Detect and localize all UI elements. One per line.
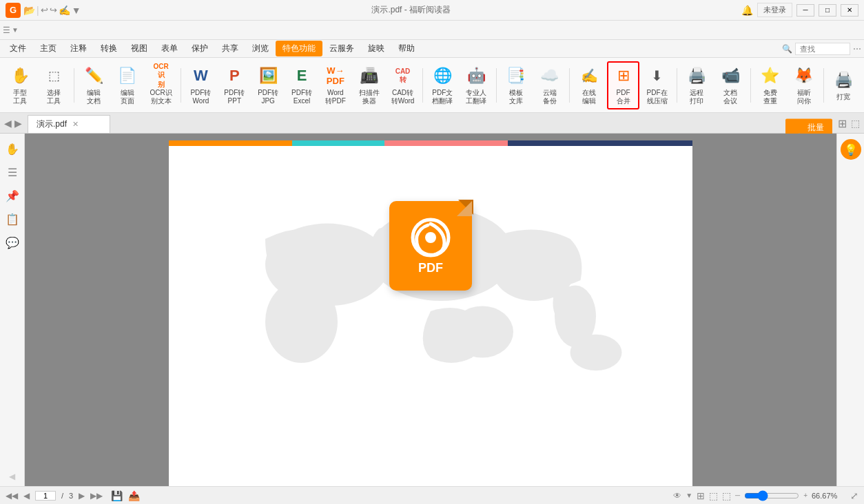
tool-hand[interactable]: 手型工具 <box>4 61 37 109</box>
sidebar-comments[interactable]: 💬 <box>3 233 22 252</box>
pdf-logo-container: PDF <box>389 201 472 291</box>
menu-features[interactable]: 特色功能 <box>276 41 322 56</box>
grid-view-icon[interactable]: ⊞ <box>838 116 847 129</box>
tool-pdf2word[interactable]: W PDF转Word <box>185 61 217 109</box>
layout-icon[interactable]: ⬚ <box>851 118 860 129</box>
tool-scan[interactable]: 📠 扫描件换器 <box>353 61 385 109</box>
menu-cloud[interactable]: 云服务 <box>322 41 361 56</box>
notify-icon[interactable]: 🔔 <box>741 5 753 16</box>
more-icon[interactable]: ⋯ <box>853 44 861 54</box>
fullscreen-icon[interactable]: ⤢ <box>850 490 858 501</box>
tool-pdf2ppt[interactable]: P PDF转PPT <box>218 61 251 109</box>
menubar: ☰ ▼ <box>0 21 864 40</box>
two-page-icon[interactable]: ⬚ <box>722 490 731 501</box>
current-page-input[interactable] <box>35 491 56 501</box>
sidebar-bookmark[interactable]: ☰ <box>3 162 22 182</box>
view-dropdown-icon[interactable]: ▼ <box>686 492 692 499</box>
menu-form[interactable]: 表单 <box>154 41 185 56</box>
bar-seg3 <box>384 140 508 146</box>
sidebar-thumbs[interactable]: 📌 <box>3 186 22 205</box>
prev-page-btn[interactable]: ◀ <box>23 491 30 501</box>
toolbar-quickaccess: 📂 | ↩ ↪ ✍ ▼ <box>23 5 81 16</box>
login-button[interactable]: 未登录 <box>757 3 792 17</box>
tool-ocr[interactable]: OCR识别 OCR识别文本 <box>145 61 177 109</box>
menu-home[interactable]: 主页 <box>33 41 63 56</box>
maximize-button[interactable]: □ <box>819 4 836 17</box>
tool-cloud[interactable]: ☁️ 云端备份 <box>533 61 566 109</box>
tool-merge[interactable]: ⊞ PDF合并 <box>607 61 639 109</box>
left-nav-icons: ◀ ▶ <box>4 118 22 129</box>
tool-select[interactable]: ⬚ 选择工具 <box>38 61 70 109</box>
menubar-row2: 文件 主页 注释 转换 视图 表单 保护 共享 浏览 特色功能 云服务 旋映 帮… <box>0 40 864 58</box>
export-icon[interactable]: 📤 <box>128 490 140 501</box>
tool-editpage[interactable]: 📄 编辑页面 <box>111 61 143 109</box>
tab-close-button[interactable]: ✕ <box>72 120 79 129</box>
tool-tmpl[interactable]: 📑 模板文库 <box>500 61 532 109</box>
tool-remoteprint[interactable]: 🖨️ 远程打印 <box>681 61 713 109</box>
pdf-logo-box: PDF <box>389 201 472 291</box>
undo-icon[interactable]: ↩ <box>41 5 48 16</box>
last-page-btn[interactable]: ▶▶ <box>90 491 103 501</box>
single-page-icon[interactable]: ⬚ <box>709 490 718 501</box>
bar-seg1 <box>169 140 292 146</box>
tool-cad[interactable]: CAD转 CAD转转Word <box>387 61 419 109</box>
tool-print[interactable]: 🖨️ 打宽 <box>827 61 860 109</box>
bar-seg2 <box>292 140 384 146</box>
total-pages: 3 <box>69 492 73 500</box>
search-icon: 🔍 <box>782 44 792 54</box>
page-layout-icon[interactable]: ⊞ <box>697 490 705 501</box>
tool-word2pdf[interactable]: W→PDF Word转PDF <box>319 61 351 109</box>
menu-file[interactable]: 文件 <box>3 41 33 56</box>
tool-docconf[interactable]: 📹 文档会议 <box>714 61 747 109</box>
separator-7 <box>750 68 751 103</box>
tool-edit[interactable]: ✏️ 编辑文档 <box>78 61 110 109</box>
sign-icon[interactable]: ✍ <box>59 5 70 16</box>
tool-pdf2jpg[interactable]: 🖼️ PDF转JPG <box>252 61 285 109</box>
tool-pdf2excel[interactable]: E PDF转Excel <box>286 61 318 109</box>
tool-compress[interactable]: ⬇ PDF在线压缩 <box>641 61 673 109</box>
close-button[interactable]: ✕ <box>841 4 858 17</box>
search-input[interactable] <box>795 43 850 55</box>
tool-freereview[interactable]: ⭐ 免费查重 <box>754 61 786 109</box>
grid-icon[interactable]: ☰ <box>3 25 10 35</box>
minimize-button[interactable]: ─ <box>796 4 814 17</box>
menu-convert[interactable]: 转换 <box>94 41 124 56</box>
next-page-btn[interactable]: ▶ <box>79 491 85 501</box>
menu-annotate[interactable]: 注释 <box>63 41 94 56</box>
menu-protect[interactable]: 保护 <box>185 41 215 56</box>
separator-1 <box>74 68 74 103</box>
left-icon[interactable]: ◀ <box>4 118 12 129</box>
tool-trans[interactable]: 🌐 PDF文档翻译 <box>426 61 459 109</box>
menu-browse[interactable]: 浏览 <box>245 41 276 56</box>
right-panel: 💡 <box>836 134 864 486</box>
save-icon[interactable]: 💾 <box>111 490 123 501</box>
bar-seg4 <box>508 140 692 146</box>
redo-icon[interactable]: ↪ <box>50 5 57 16</box>
menu-share[interactable]: 共享 <box>215 41 245 56</box>
sidebar-collapse[interactable]: ◀ <box>3 467 22 486</box>
menu-view[interactable]: 视图 <box>124 41 154 56</box>
eye-icon[interactable]: 👁 <box>673 491 681 501</box>
tabbar-right: ⊞ ⬚ 📋 批量转PDF <box>838 116 860 129</box>
tool-aitrans[interactable]: 🤖 专业人工翻译 <box>460 61 493 109</box>
app-logo: G <box>6 3 21 18</box>
view-toggle: ☰ ▼ <box>3 25 19 35</box>
tool-onlineedit[interactable]: ✍ 在线编辑 <box>573 61 606 109</box>
open-icon[interactable]: 📂 <box>23 5 35 16</box>
sidebar-hand[interactable]: ✋ <box>3 139 22 158</box>
zoom-separator: ─ <box>735 492 740 499</box>
tab-demo[interactable]: 演示.pdf ✕ <box>28 115 110 133</box>
main-area: ✋ ☰ 📌 📋 💬 ◀ <box>0 134 864 486</box>
titlebar-left: G 📂 | ↩ ↪ ✍ ▼ <box>6 3 81 18</box>
sidebar-pages[interactable]: 📋 <box>3 209 22 229</box>
pdf-content-area[interactable]: PDF 福昕PDF阅读器 <box>25 134 836 486</box>
tool-foxitask[interactable]: 🦊 福昕问你 <box>788 61 820 109</box>
lightbulb-button[interactable]: 💡 <box>841 139 861 160</box>
first-page-btn[interactable]: ◀◀ <box>6 491 18 501</box>
menu-play[interactable]: 旋映 <box>361 41 391 56</box>
zoom-slider[interactable] <box>744 490 799 501</box>
titlebar-right: 🔔 未登录 ─ □ ✕ <box>741 3 858 17</box>
menu-dropdown-icon[interactable]: ▼ <box>72 5 81 16</box>
menu-help[interactable]: 帮助 <box>391 41 422 56</box>
right-icon[interactable]: ▶ <box>14 118 22 129</box>
